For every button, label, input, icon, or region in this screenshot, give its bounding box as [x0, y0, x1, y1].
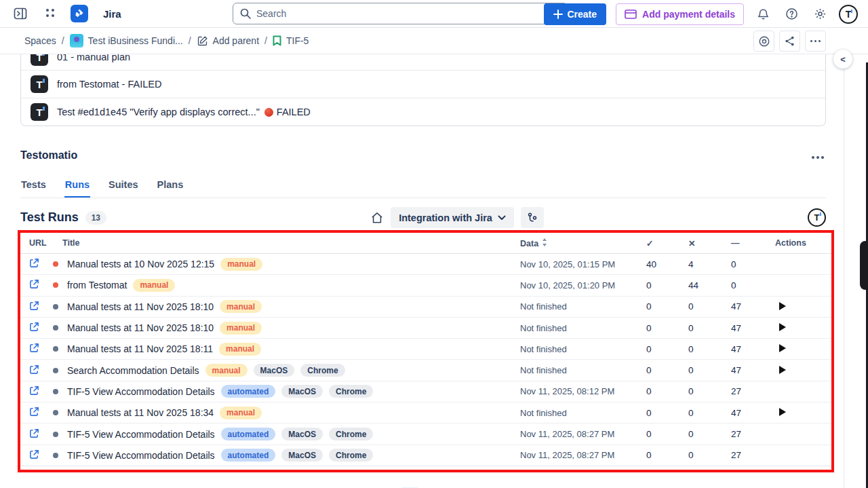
bookmark-icon: [273, 35, 281, 46]
external-link-icon[interactable]: [29, 449, 39, 459]
watch-eye-button[interactable]: [753, 31, 774, 52]
search-input[interactable]: [233, 3, 568, 24]
ellipsis-icon: [814, 40, 816, 42]
external-link-icon[interactable]: [29, 279, 39, 289]
testomatio-more-button[interactable]: [810, 145, 826, 166]
env-badge: MacOS: [281, 385, 323, 398]
more-actions-button[interactable]: [805, 31, 826, 52]
run-status-dot-icon: [53, 304, 58, 309]
run-passed-count: 40: [635, 259, 677, 269]
right-panel-divider: [844, 54, 844, 488]
external-link-icon[interactable]: [29, 386, 39, 396]
external-link-icon[interactable]: [29, 343, 39, 353]
runs-table-body: Manual tests at 10 Nov 2025 12:15manualN…: [20, 254, 831, 470]
project-selector-dropdown[interactable]: Integration with Jira: [391, 207, 514, 228]
play-run-button[interactable]: [779, 302, 786, 310]
run-skipped-count: 47: [720, 408, 763, 418]
external-link-icon[interactable]: [29, 407, 39, 417]
run-skipped-count: 47: [720, 323, 763, 333]
run-row[interactable]: Manual tests at 10 Nov 2025 12:15manualN…: [20, 254, 831, 275]
tab-suites[interactable]: Suites: [108, 176, 139, 198]
jira-logo-icon[interactable]: [71, 5, 88, 22]
edge-handle[interactable]: [860, 241, 868, 290]
breadcrumb-project[interactable]: Test iBusiness Fundi...: [70, 34, 183, 48]
issue-content: T01 - manual planTfrom Testomat - FAILED…: [0, 54, 848, 488]
run-row[interactable]: Search Accommodation DetailsmanualMacOSC…: [20, 360, 831, 381]
run-passed-count: 0: [635, 408, 677, 418]
external-link-icon[interactable]: [29, 301, 39, 311]
run-row[interactable]: Manual tests at 11 Nov 2025 18:11manualN…: [20, 339, 831, 360]
run-title[interactable]: Manual tests at 11 Nov 2025 18:34: [67, 407, 214, 418]
run-title[interactable]: TIF-5 View Accommodation Details: [67, 386, 215, 397]
notifications-bell-icon[interactable]: [753, 5, 772, 24]
run-title[interactable]: Manual tests at 11 Nov 2025 18:10: [67, 301, 214, 312]
run-row[interactable]: TIF-5 View Accommodation Detailsautomate…: [20, 381, 831, 402]
issue-link-row[interactable]: T01 - manual plan: [21, 54, 825, 70]
breadcrumb-issue[interactable]: TIF-5: [273, 35, 309, 46]
external-link-icon[interactable]: [29, 428, 39, 438]
credit-card-icon: [625, 10, 637, 19]
issue-link-title: Test #ed1d1e45 "Verify app displays corr…: [57, 107, 260, 117]
sidebar-toggle-icon[interactable]: [11, 4, 30, 23]
automated-badge: automated: [221, 449, 276, 462]
play-run-button[interactable]: [779, 344, 786, 352]
run-skipped-count: 27: [720, 386, 763, 396]
run-row[interactable]: from TestomatmanualNov 10, 2025, 01:20 P…: [20, 275, 831, 296]
play-run-button[interactable]: [779, 408, 786, 416]
run-title[interactable]: TIF-5 View Accommodation Details: [67, 450, 215, 461]
tab-runs[interactable]: Runs: [64, 176, 90, 198]
home-icon[interactable]: [370, 211, 384, 225]
tab-plans[interactable]: Plans: [157, 176, 184, 198]
run-title[interactable]: Manual tests at 11 Nov 2025 18:10: [67, 322, 214, 333]
play-run-button[interactable]: [779, 323, 786, 331]
run-failed-count: 0: [677, 301, 720, 312]
column-header-data[interactable]: Data: [509, 238, 635, 248]
run-title[interactable]: Search Accommodation Details: [67, 365, 199, 376]
add-payment-details-button[interactable]: Add payment details: [616, 3, 744, 25]
run-passed-count: 0: [635, 365, 677, 375]
external-link-icon[interactable]: [29, 364, 39, 375]
run-date: Not finished: [509, 365, 635, 375]
run-row[interactable]: TIF-5 View Accommodation Detailsautomate…: [20, 424, 831, 445]
issue-link-row[interactable]: TTest #ed1d1e45 "Verify app displays cor…: [21, 98, 825, 126]
branch-selector-button[interactable]: [521, 207, 544, 228]
issue-link-row[interactable]: Tfrom Testomat - FAILED: [21, 70, 825, 98]
tab-tests[interactable]: Tests: [20, 176, 47, 198]
run-row[interactable]: Manual tests at 11 Nov 2025 18:10manualN…: [20, 297, 831, 318]
app-switcher-icon[interactable]: [41, 4, 60, 23]
run-title[interactable]: TIF-5 View Accommodation Details: [67, 429, 215, 440]
env-badge: Chrome: [329, 449, 373, 462]
global-search: [233, 3, 568, 24]
run-title[interactable]: Manual tests at 10 Nov 2025 12:15: [67, 259, 214, 269]
testomat-accent: [851, 10, 853, 13]
play-run-button[interactable]: [779, 366, 786, 374]
external-link-icon[interactable]: [29, 258, 39, 268]
column-header-failed: ✕: [677, 238, 720, 248]
share-button[interactable]: [779, 31, 800, 52]
project-avatar: [70, 34, 83, 48]
run-row[interactable]: Manual tests at 11 Nov 2025 18:34manualN…: [20, 402, 831, 424]
add-parent-button[interactable]: Add parent: [197, 35, 260, 47]
help-icon[interactable]: [782, 5, 801, 24]
run-title[interactable]: from Testomat: [67, 280, 127, 290]
issue-link-title: from Testomat - FAILED: [57, 79, 161, 90]
testomatio-tabs: TestsRunsSuitesPlans: [20, 176, 826, 198]
eye-icon: [758, 35, 770, 48]
run-failed-count: 0: [677, 450, 720, 460]
run-status-dot-icon: [53, 261, 58, 267]
edit-pencil-icon: [197, 35, 208, 47]
run-row[interactable]: TIF-5 View Accommodation Detailsautomate…: [20, 445, 831, 466]
ellipsis-icon: [816, 156, 819, 159]
breadcrumb-spaces[interactable]: Spaces: [24, 35, 56, 46]
run-status-dot-icon: [53, 346, 58, 352]
settings-gear-icon[interactable]: [810, 5, 829, 24]
testomat-logo-badge[interactable]: T: [808, 208, 826, 227]
run-status-dot-icon: [53, 389, 58, 394]
env-badge: Chrome: [300, 364, 344, 377]
create-button[interactable]: Create: [544, 3, 606, 25]
external-link-icon[interactable]: [29, 322, 39, 332]
collapse-panel-button[interactable]: <: [833, 50, 852, 69]
run-row[interactable]: Manual tests at 11 Nov 2025 18:10manualN…: [20, 318, 831, 339]
user-avatar[interactable]: T: [839, 5, 858, 24]
run-title[interactable]: Manual tests at 11 Nov 2025 18:11: [67, 343, 213, 354]
